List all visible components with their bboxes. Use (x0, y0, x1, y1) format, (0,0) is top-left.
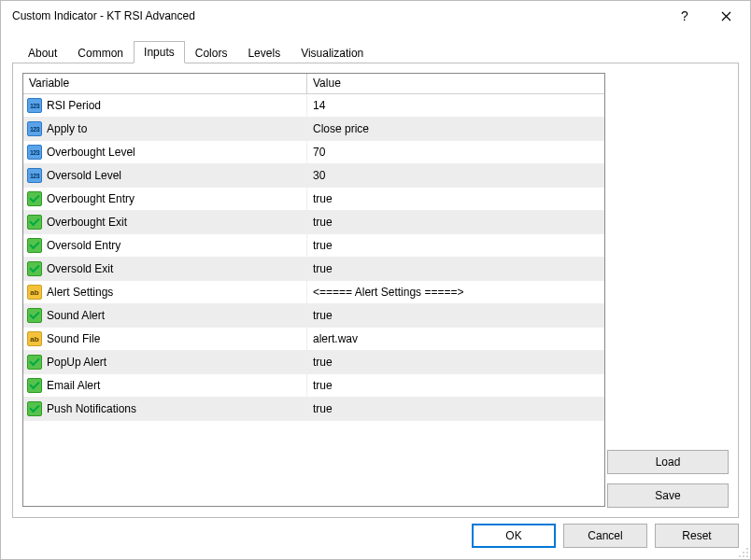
variable-cell: Oversold Entry (23, 234, 307, 257)
variable-cell: Push Notifications (23, 398, 307, 420)
parameter-row[interactable]: Oversold Exittrue (23, 258, 604, 281)
parameter-row[interactable]: Alert Settings<===== Alert Settings ====… (23, 281, 604, 304)
boolean-type-icon (27, 401, 42, 416)
parameter-row[interactable]: Overbought Exittrue (23, 211, 604, 234)
variable-cell: Sound File (23, 328, 307, 350)
svg-point-1 (743, 552, 744, 553)
value-text: true (313, 309, 333, 322)
tab-label: About (28, 47, 57, 60)
side-buttons: Load Save (607, 450, 729, 508)
boolean-type-icon (27, 238, 42, 253)
tab-label: Common (78, 47, 123, 60)
value-text: 70 (313, 146, 325, 159)
variable-name: Push Notifications (47, 402, 136, 415)
value-cell[interactable]: true (307, 304, 604, 327)
parameter-row[interactable]: Sound Filealert.wav (23, 328, 604, 351)
cancel-button[interactable]: Cancel (563, 524, 647, 548)
resize-grip[interactable] (738, 547, 749, 558)
value-cell[interactable]: true (307, 258, 604, 280)
string-type-icon (27, 331, 42, 346)
value-cell[interactable]: alert.wav (307, 328, 604, 350)
value-cell[interactable]: 70 (307, 141, 604, 163)
tab-levels[interactable]: Levels (237, 42, 290, 63)
parameter-row[interactable]: Apply toClose price (23, 118, 604, 141)
parameter-row[interactable]: Email Alerttrue (23, 374, 604, 398)
value-text: true (313, 216, 333, 229)
tab-label: Colors (195, 47, 228, 60)
save-button[interactable]: Save (607, 483, 729, 508)
value-cell[interactable]: Close price (307, 118, 604, 140)
variable-cell: Oversold Exit (23, 258, 307, 280)
tab-panel-inputs: Variable Value RSI Period14Apply toClose… (12, 63, 739, 518)
string-type-icon (27, 285, 42, 300)
value-cell[interactable]: true (307, 188, 604, 210)
boolean-type-icon (27, 308, 42, 323)
variable-name: Overbought Level (47, 146, 135, 159)
integer-type-icon (27, 98, 42, 113)
variable-name: Sound File (47, 332, 100, 345)
parameter-row[interactable]: Push Notificationstrue (23, 398, 604, 421)
boolean-type-icon (27, 261, 42, 276)
ok-button[interactable]: OK (472, 524, 556, 548)
help-button[interactable]: ? (664, 3, 705, 29)
tab-about[interactable]: About (18, 42, 67, 63)
parameter-row[interactable]: Overbought Entrytrue (23, 188, 604, 211)
variable-name: Overbought Exit (47, 216, 127, 229)
variable-name: Oversold Level (47, 169, 121, 182)
value-text: 14 (313, 99, 325, 112)
value-text: true (313, 192, 333, 205)
load-button[interactable]: Load (607, 450, 729, 474)
column-header-value[interactable]: Value (307, 74, 604, 93)
value-cell[interactable]: true (307, 234, 604, 257)
value-text: true (313, 262, 333, 275)
svg-point-5 (746, 555, 748, 557)
boolean-type-icon (27, 355, 42, 370)
value-text: 30 (313, 169, 325, 182)
close-button[interactable] (705, 3, 746, 29)
tab-inputs[interactable]: Inputs (134, 41, 185, 63)
value-cell[interactable]: true (307, 351, 604, 373)
parameter-row[interactable]: Overbought Level70 (23, 141, 604, 164)
value-text: <===== Alert Settings =====> (313, 286, 463, 299)
tab-visualization[interactable]: Visualization (290, 42, 374, 63)
title-bar: Custom Indicator - KT RSI Advanced ? (1, 1, 750, 31)
value-text: true (313, 239, 333, 252)
parameter-row[interactable]: Oversold Level30 (23, 164, 604, 188)
variable-name: RSI Period (47, 99, 101, 112)
reset-button[interactable]: Reset (655, 524, 739, 548)
value-cell[interactable]: true (307, 398, 604, 420)
parameter-row[interactable]: Oversold Entrytrue (23, 234, 604, 258)
parameter-row[interactable]: Sound Alerttrue (23, 304, 604, 328)
variable-name: Apply to (47, 122, 87, 135)
tab-colors[interactable]: Colors (185, 42, 238, 63)
boolean-type-icon (27, 191, 42, 206)
dialog-body: AboutCommonInputsColorsLevelsVisualizati… (1, 31, 750, 559)
variable-cell: PopUp Alert (23, 351, 307, 373)
value-text: true (313, 379, 333, 392)
bottom-buttons: OK Cancel Reset (472, 524, 739, 548)
boolean-type-icon (27, 378, 42, 393)
tab-common[interactable]: Common (67, 42, 134, 63)
variable-cell: Sound Alert (23, 304, 307, 327)
variable-cell: Overbought Level (23, 141, 307, 163)
value-cell[interactable]: <===== Alert Settings =====> (307, 281, 604, 303)
tab-label: Levels (248, 47, 280, 60)
close-icon (721, 11, 731, 21)
svg-point-3 (739, 555, 741, 557)
integer-type-icon (27, 121, 42, 136)
value-cell[interactable]: 14 (307, 94, 604, 117)
value-cell[interactable]: true (307, 211, 604, 233)
variable-name: Oversold Entry (47, 239, 120, 252)
svg-point-4 (743, 555, 744, 557)
variable-name: Overbought Entry (47, 192, 135, 205)
value-cell[interactable]: true (307, 374, 604, 397)
tab-label: Visualization (301, 47, 363, 60)
variable-cell: Alert Settings (23, 281, 307, 303)
svg-point-0 (746, 548, 748, 550)
value-text: Close price (313, 122, 369, 135)
parameter-row[interactable]: RSI Period14 (23, 94, 604, 118)
column-header-variable[interactable]: Variable (23, 74, 307, 93)
parameter-row[interactable]: PopUp Alerttrue (23, 351, 604, 374)
variable-cell: Oversold Level (23, 164, 307, 187)
value-cell[interactable]: 30 (307, 164, 604, 187)
